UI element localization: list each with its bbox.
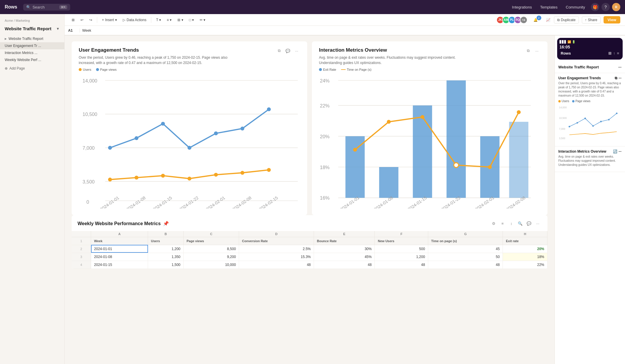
toggle-sidebar-button[interactable]: ⊞: [69, 17, 77, 23]
col-d: D: [239, 231, 314, 237]
cell-exitrate-3[interactable]: 22%: [503, 261, 547, 269]
search-label: Search: [33, 5, 45, 9]
sidebar-item-traffic-report[interactable]: ▶ Website Traffic Report: [0, 35, 64, 42]
view-button[interactable]: View: [604, 16, 620, 23]
svg-point-11: [135, 136, 138, 140]
cell-conversion-2[interactable]: 15.3%: [239, 253, 314, 261]
share-button[interactable]: ↑ Share: [582, 16, 601, 23]
panel-ue-chart: 14,000 10,500 7,000 3,500: [558, 105, 621, 142]
font-button[interactable]: T ▾: [154, 17, 163, 23]
cell-users-2[interactable]: 1,350: [148, 253, 184, 261]
cell-timeonpage-3[interactable]: 48: [428, 261, 503, 269]
panel-ue-title-text: User Engagement Trends: [558, 76, 601, 80]
svg-text:2024-02-01: 2024-02-01: [205, 195, 226, 208]
panel-im-sync-icon[interactable]: 🔄: [613, 149, 617, 154]
bar-2: [379, 167, 399, 198]
cell-newusers-2[interactable]: 1,200: [375, 253, 428, 261]
legend-exit-rate: Exit Rate: [319, 68, 336, 71]
sidebar-item-user-engagement[interactable]: User Engagement Tr ...: [0, 42, 64, 49]
nav-community[interactable]: Community: [563, 4, 587, 11]
pin-icon: 📌: [163, 221, 169, 226]
comment-section-button[interactable]: 💬: [284, 47, 291, 54]
cell-pageviews-1[interactable]: 8,500: [184, 245, 239, 253]
duplicate-button[interactable]: ⧉ Duplicate: [554, 16, 579, 23]
cell-timeonpage-1[interactable]: 45: [428, 245, 503, 253]
interaction-metrics-section: Interaction Metrics Overview Avg. time o…: [312, 41, 547, 215]
align-button[interactable]: ≡ ▾: [164, 17, 174, 23]
svg-text:3,500: 3,500: [559, 137, 565, 140]
paint-button[interactable]: ✏ ▾: [197, 17, 208, 23]
analytics-button[interactable]: 📈: [544, 17, 553, 23]
panel-ue-more-icon[interactable]: ···: [619, 76, 621, 80]
mobile-filter-icon[interactable]: ⊞: [608, 51, 611, 55]
more-format-button[interactable]: □ ▾: [187, 17, 196, 23]
add-page-button[interactable]: ⊕ Add Page: [0, 65, 64, 72]
sidebar-chevron-icon[interactable]: ▼: [56, 27, 60, 31]
bar-1: [345, 136, 365, 198]
data-actions-button[interactable]: ▷ Data Actions: [120, 17, 149, 23]
table-comment-button[interactable]: 💬: [525, 220, 533, 227]
sidebar-item-interaction-metrics[interactable]: Interaction Metrics ...: [0, 49, 64, 56]
section-actions: ⧉ 💬 ···: [275, 47, 300, 54]
undo-button[interactable]: ↩: [78, 17, 86, 23]
cell-week-1[interactable]: 2024-01-01: [91, 245, 148, 253]
cell-newusers-3[interactable]: 48: [375, 261, 428, 269]
share-icon: ↑: [585, 18, 587, 22]
mobile-share-icon[interactable]: ↑: [613, 51, 615, 55]
table-filter-button[interactable]: ⚙: [490, 220, 498, 227]
cell-week-3[interactable]: 2024-01-15: [91, 261, 148, 269]
cell-exitrate-1[interactable]: 20%: [503, 245, 547, 253]
panel-ue-copy-icon[interactable]: ⧉: [615, 76, 617, 80]
mobile-menu-icon[interactable]: ≡: [617, 51, 619, 55]
sidebar-item-weekly-perf[interactable]: Weekly Website Perf ...: [0, 56, 64, 63]
triangle-icon: ▶: [5, 37, 7, 40]
nav-integrations[interactable]: Integrations: [510, 4, 534, 11]
cell-exitrate-2[interactable]: 18%: [503, 253, 547, 261]
cell-bounce-2[interactable]: 45%: [314, 253, 374, 261]
table-arrow-button[interactable]: ↕: [508, 220, 515, 227]
mobile-rows-logo: Rows: [561, 51, 571, 55]
svg-point-42: [387, 120, 391, 124]
copy-section-button[interactable]: ⧉: [275, 47, 283, 54]
cell-newusers-1[interactable]: 500: [375, 245, 428, 253]
panel-more-icon[interactable]: ···: [618, 65, 621, 69]
legend-pageviews: Page views: [96, 68, 117, 71]
nav-templates[interactable]: Templates: [538, 4, 560, 11]
cell-bounce-1[interactable]: 30%: [314, 245, 374, 253]
panel-ue-title: User Engagement Trends ⧉ ···: [558, 76, 621, 80]
more-section-button[interactable]: ···: [293, 47, 300, 54]
table-sort-button[interactable]: ≡: [499, 220, 506, 227]
cell-pageviews-3[interactable]: 10,000: [184, 261, 239, 269]
cell-users-3[interactable]: 1,500: [148, 261, 184, 269]
duplicate-label: Duplicate: [561, 18, 576, 22]
panel-ue-desc: Over the period, Users grew by 0.46, rea…: [558, 81, 621, 98]
cell-bounce-3[interactable]: 48: [314, 261, 374, 269]
svg-point-16: [267, 107, 271, 111]
table-search-button[interactable]: 🔍: [516, 220, 524, 227]
format-button[interactable]: ⊞ ▾: [175, 17, 185, 23]
users-legend-dot: [79, 68, 82, 71]
svg-point-59: [584, 118, 586, 119]
panel-ue-actions: ⧉ ···: [615, 76, 621, 80]
cell-week-2[interactable]: 2024-01-08: [91, 253, 148, 261]
cell-timeonpage-2[interactable]: 50: [428, 253, 503, 261]
svg-point-45: [488, 165, 492, 169]
cell-conversion-1[interactable]: 2.5%: [239, 245, 314, 253]
copy-interaction-button[interactable]: ⧉: [525, 47, 532, 54]
panel-users-dot: [558, 100, 561, 102]
user-avatar[interactable]: R: [612, 3, 620, 11]
more-interaction-button[interactable]: ···: [533, 47, 540, 54]
redo-button[interactable]: ↪: [87, 17, 95, 23]
table-more-button[interactable]: ···: [534, 220, 542, 227]
svg-point-60: [592, 125, 594, 127]
help-icon[interactable]: ?: [602, 3, 610, 11]
insert-button[interactable]: + Insert ▾: [100, 17, 119, 23]
search-box[interactable]: 🔍 Search ⌘K: [23, 4, 70, 11]
svg-text:22%: 22%: [320, 103, 330, 108]
panel-im-more-icon[interactable]: ···: [619, 149, 621, 154]
cell-pageviews-2[interactable]: 9,200: [184, 253, 239, 261]
cell-conversion-3[interactable]: 48: [239, 261, 314, 269]
weekly-performance-section: Weekly Website Performance Metrics 📌 ⚙ ≡…: [72, 215, 547, 269]
cell-users-1[interactable]: 1,200: [148, 245, 184, 253]
gift-icon[interactable]: 🎁: [591, 3, 599, 11]
